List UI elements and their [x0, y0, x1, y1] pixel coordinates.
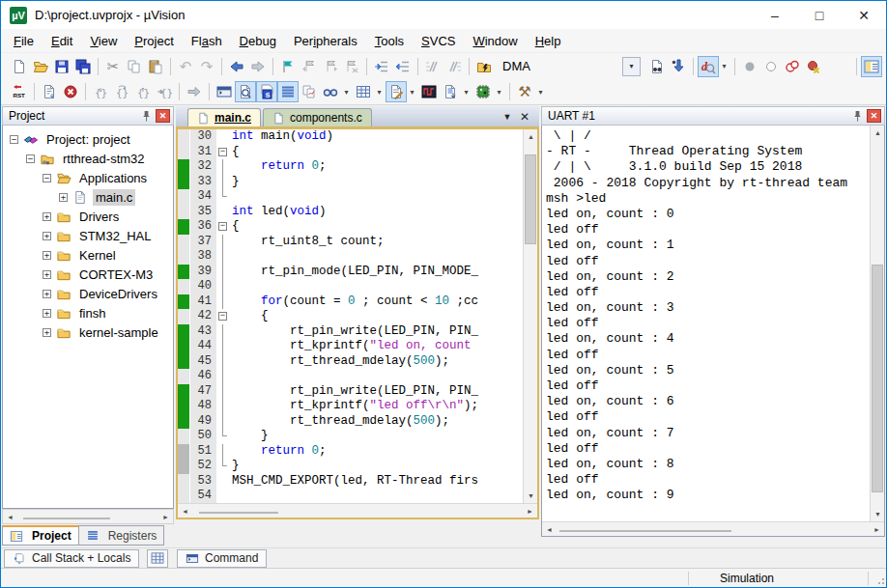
code-line-38[interactable]: 38 — [178, 249, 523, 265]
close-button[interactable]: ✕ — [842, 1, 886, 29]
code-line-48[interactable]: 48 rt_kprintf("led off\r\n"); — [178, 399, 523, 414]
resize-grip[interactable] — [871, 571, 886, 586]
tree-item-rtthread-stm32[interactable]: −rtthread-stm32 — [3, 149, 173, 168]
expand-icon[interactable]: + — [43, 290, 51, 298]
callstack-tab[interactable]: Call Stack + Locals — [4, 549, 139, 568]
comment-button[interactable] — [422, 56, 444, 77]
code-line-39[interactable]: 39 rt_pin_mode(LED_PIN, PIN_MODE_ — [178, 265, 523, 280]
expand-icon[interactable]: + — [43, 309, 51, 318]
panel-tab-project[interactable]: Project — [2, 525, 79, 546]
collapse-icon[interactable]: − — [10, 135, 18, 144]
save-button[interactable] — [51, 56, 72, 77]
target-select-dropdown-icon[interactable]: ▾ — [622, 57, 641, 76]
watch-button[interactable] — [320, 81, 341, 102]
bookmark-clear-button[interactable] — [341, 56, 362, 77]
tools-button[interactable]: ⚒ — [514, 81, 535, 102]
project-panel-close-icon[interactable]: ✕ — [156, 109, 170, 123]
step-over-button[interactable]: {} — [111, 81, 132, 102]
code-line-30[interactable]: 30int main(void) — [178, 129, 523, 145]
code-line-41[interactable]: 41 for(count = 0 ; count < 10 ;cc — [178, 294, 523, 310]
flash-download-button[interactable] — [473, 56, 495, 77]
menu-help[interactable]: Help — [527, 31, 570, 51]
memory-window-button[interactable] — [147, 549, 168, 568]
tools-dropdown-icon[interactable]: ▾ — [535, 81, 546, 102]
system-viewer-button[interactable] — [440, 81, 461, 102]
step-out-button[interactable]: {} — [132, 81, 154, 102]
nav-forward-button[interactable] — [247, 56, 269, 77]
memory-dropdown-icon[interactable]: ▾ — [374, 81, 385, 102]
uart-output[interactable]: \ | /- RT - Thread Operating System / | … — [542, 126, 870, 521]
expand-icon[interactable]: + — [43, 212, 51, 221]
code-line-34[interactable]: 34 — [178, 189, 523, 205]
code-line-36[interactable]: 36−{ — [178, 219, 523, 235]
menu-debug[interactable]: Debug — [231, 31, 285, 51]
expand-icon[interactable]: + — [43, 270, 51, 279]
menu-project[interactable]: Project — [126, 31, 182, 51]
title-bar[interactable]: µV D:\project.uvprojx - µVision –□✕ — [1, 1, 886, 29]
editor-vscrollbar[interactable]: ▲ ▼ — [523, 129, 537, 503]
editor-hscrollbar[interactable]: ◄ ► — [178, 503, 537, 518]
save-all-button[interactable] — [72, 56, 94, 77]
pin-icon[interactable] — [850, 109, 865, 124]
code-line-43[interactable]: 43 rt_pin_write(LED_PIN, PIN_ — [178, 324, 523, 340]
disassembly-button[interactable] — [235, 81, 256, 102]
nav-back-button[interactable] — [226, 56, 247, 77]
tree-item-cortex-m3[interactable]: +CORTEX-M3 — [3, 265, 173, 284]
tree-item-devicedrivers[interactable]: +DeviceDrivers — [3, 284, 173, 303]
logic-analyzer-button[interactable] — [418, 81, 440, 102]
tree-item-main-c[interactable]: +main.c — [3, 187, 173, 207]
code-line-31[interactable]: 31−{ — [178, 145, 523, 160]
menu-file[interactable]: File — [5, 31, 43, 51]
menu-svcs[interactable]: SVCS — [413, 31, 464, 51]
maximize-button[interactable]: □ — [797, 1, 842, 29]
copy-button[interactable] — [124, 56, 145, 77]
tree-item-project-project[interactable]: −Project: project — [3, 129, 173, 149]
redo-button[interactable]: ↷ — [196, 56, 217, 77]
uart-vscrollbar[interactable]: ▲ ▼ — [870, 126, 884, 521]
find-next-button[interactable] — [668, 56, 689, 77]
tree-item-stm32-hal[interactable]: +STM32_HAL — [3, 226, 173, 245]
minimize-button[interactable]: – — [753, 1, 797, 29]
serial-pen-dropdown-icon[interactable]: ▾ — [407, 81, 417, 102]
bp-all-button[interactable] — [782, 56, 803, 77]
uncomment-button[interactable] — [444, 56, 465, 77]
stop-button[interactable] — [60, 81, 81, 102]
code-line-32[interactable]: 32 return 0; — [178, 159, 523, 175]
uart-panel-close-icon[interactable]: ✕ — [867, 109, 881, 123]
fold-margin[interactable]: − — [216, 145, 229, 160]
expand-icon[interactable]: + — [43, 251, 51, 260]
analysis-button[interactable] — [299, 81, 320, 102]
manage-windows-button[interactable] — [861, 56, 882, 77]
incremental-find-dropdown-icon[interactable]: ▾ — [719, 56, 730, 77]
code-line-37[interactable]: 37 rt_uint8_t count; — [178, 235, 523, 250]
target-select-combobox[interactable]: DMA — [495, 57, 622, 76]
code-line-35[interactable]: 35int led(void) — [178, 205, 523, 220]
outdent-button[interactable] — [392, 56, 414, 77]
code-view[interactable]: 30int main(void)31−{32 return 0;33}3435i… — [178, 129, 523, 503]
menu-window[interactable]: Window — [464, 31, 526, 51]
editor-tab-components-c[interactable]: components.c — [263, 108, 372, 126]
system-viewer-dropdown-icon[interactable]: ▾ — [461, 81, 472, 102]
find-in-files-button[interactable] — [646, 56, 668, 77]
watch-dropdown-icon[interactable]: ▾ — [341, 81, 352, 102]
incremental-find-button[interactable]: d — [698, 56, 719, 77]
code-line-45[interactable]: 45 rt_thread_mdelay(500); — [178, 354, 523, 370]
expand-icon[interactable]: + — [59, 193, 68, 202]
serial-windows-button[interactable] — [277, 81, 299, 102]
run-to-button[interactable]: {} — [154, 81, 175, 102]
tree-item-kernel[interactable]: +Kernel — [3, 245, 173, 265]
tree-item-kernel-sample[interactable]: +kernel-sample — [3, 322, 173, 342]
document-list-icon[interactable]: ▼ — [499, 112, 516, 122]
code-line-33[interactable]: 33} — [178, 175, 523, 190]
menu-flash[interactable]: Flash — [183, 31, 231, 51]
serial-pen-button[interactable] — [386, 81, 407, 102]
bookmark-toggle-button[interactable] — [277, 56, 299, 77]
code-line-54[interactable]: 54 — [178, 489, 523, 503]
tree-item-finsh[interactable]: +finsh — [3, 303, 173, 322]
command-window-button[interactable] — [214, 81, 235, 102]
undo-button[interactable]: ↶ — [175, 56, 196, 77]
code-line-50[interactable]: 50 } — [178, 429, 523, 444]
close-document-icon[interactable]: ✕ — [516, 110, 533, 124]
menu-tools[interactable]: Tools — [366, 31, 413, 51]
bookmark-next-button[interactable] — [320, 56, 341, 77]
